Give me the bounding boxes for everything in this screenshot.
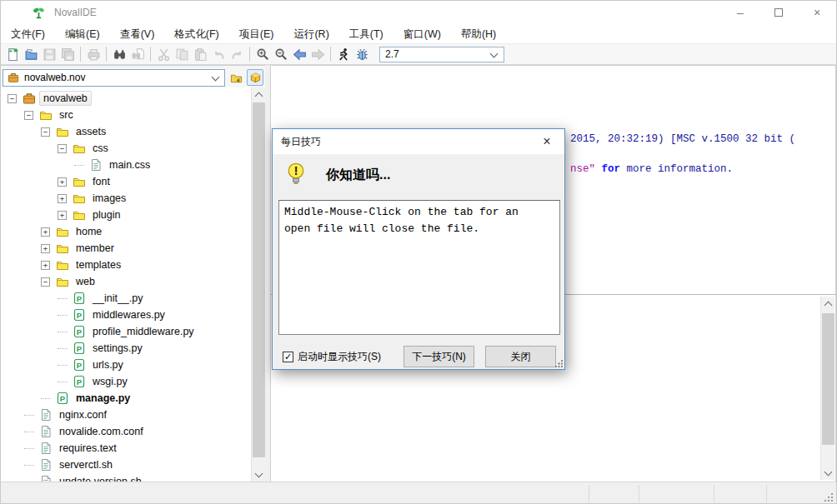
show-tips-checkbox-label: 启动时显示技巧(S) [298, 350, 381, 364]
new-file-icon [6, 47, 20, 62]
nav-back-icon [293, 47, 307, 62]
expand-icon[interactable]: + [41, 227, 50, 237]
menu-item-6[interactable]: 运行(R) [283, 24, 338, 44]
tree-connector [58, 365, 68, 366]
undo-icon [212, 47, 226, 62]
tree-item-css[interactable]: −css [1, 140, 251, 157]
tree-item-serverctl-sh[interactable]: serverctl.sh [1, 457, 251, 473]
doc-icon [39, 458, 53, 472]
expand-icon[interactable]: + [58, 194, 67, 203]
tree-item-templates[interactable]: +templates [1, 257, 251, 273]
package-view-button[interactable] [247, 69, 263, 86]
zoom-out-button[interactable] [272, 46, 290, 63]
collapse-icon[interactable]: − [41, 127, 50, 137]
tree-item-nginx-conf[interactable]: nginx.conf [1, 407, 251, 423]
menu-item-2[interactable]: 编辑(E) [55, 24, 110, 44]
expand-icon[interactable]: + [58, 177, 67, 187]
dialog-title-bar[interactable]: 每日技巧 × [273, 129, 564, 154]
tree-item-images[interactable]: +images [1, 190, 251, 207]
project-combobox-value: novalweb.nov [24, 72, 85, 83]
project-combobox[interactable]: novalweb.nov [3, 69, 225, 87]
dialog-resize-grip[interactable] [555, 360, 563, 367]
tree-item-label: wsgi.py [89, 375, 131, 388]
tree-item-src[interactable]: −src [1, 107, 251, 123]
open-file-icon [24, 47, 38, 62]
tree-connector [24, 465, 34, 466]
menu-item-9[interactable]: 帮助(H) [451, 24, 506, 44]
folder-icon [73, 208, 86, 222]
collapse-icon[interactable]: − [58, 144, 67, 153]
python-icon [56, 392, 69, 405]
menu-item-5[interactable]: 项目(E) [229, 24, 284, 44]
show-tips-checkbox[interactable]: ✓ [283, 352, 293, 362]
tree-item--init-py[interactable]: __init__.py [1, 290, 251, 307]
tree-item-middlewares-py[interactable]: middlewares.py [1, 307, 251, 323]
scroll-up-icon[interactable] [821, 297, 835, 311]
collapse-icon[interactable]: − [8, 94, 17, 103]
expand-icon[interactable]: + [58, 211, 67, 220]
console-scrollbar[interactable] [820, 297, 834, 480]
console-line-1: 2015, 20:32:19) [MSC v.1500 32 bit ( [570, 133, 795, 145]
console-scrollbar-thumb[interactable] [822, 313, 834, 445]
tip-text-box[interactable]: Middle-Mouse-Click on the tab for anopen… [278, 200, 560, 335]
window-title: NovalIDE [54, 7, 97, 18]
menu-item-3[interactable]: 查看(V) [110, 24, 165, 44]
zoom-in-button[interactable] [253, 46, 272, 63]
tree-item-novalweb[interactable]: −novalweb [1, 90, 251, 107]
tree-item-plugin[interactable]: +plugin [1, 207, 251, 223]
tree-scrollbar-thumb[interactable] [253, 102, 265, 457]
tree-item-assets[interactable]: −assets [1, 123, 251, 140]
tree-item-update-version-sh[interactable]: update version.sh [1, 473, 251, 482]
dialog-close-button[interactable]: × [538, 132, 556, 151]
scroll-down-icon[interactable] [821, 466, 835, 480]
nav-back-button[interactable] [290, 46, 308, 63]
menu-item-4[interactable]: 格式化(F) [164, 24, 228, 44]
toolbar-separator [330, 47, 331, 62]
scroll-up-icon[interactable] [252, 87, 266, 102]
close-tip-button[interactable]: 关闭 [485, 346, 556, 367]
collapse-icon[interactable]: − [24, 111, 33, 120]
menu-item-1[interactable]: 文件(F) [1, 24, 55, 44]
tree-item-member[interactable]: +member [1, 240, 251, 257]
menu-item-7[interactable]: 工具(T) [339, 24, 393, 44]
tree-item-novalide-com-conf[interactable]: novalide.com.conf [1, 423, 251, 440]
tree-scrollbar[interactable] [251, 87, 265, 482]
tree-item-urls-py[interactable]: urls.py [1, 357, 251, 373]
scroll-down-icon[interactable] [252, 467, 266, 482]
open-file-button[interactable] [22, 46, 40, 63]
locate-file-button[interactable] [228, 69, 244, 86]
close-button[interactable]: × [798, 1, 836, 24]
tree-item-font[interactable]: +font [1, 173, 251, 190]
tree-item-profile-middleware-py[interactable]: profile_middleware.py [1, 323, 251, 340]
debug-button[interactable] [353, 46, 371, 63]
project-selector-row: novalweb.nov [1, 66, 265, 87]
dialog-heading: 你知道吗... [326, 167, 390, 184]
tree-item-main-css[interactable]: main.css [1, 157, 251, 173]
expand-icon[interactable]: + [41, 261, 50, 270]
tree-item-web[interactable]: −web [1, 273, 251, 290]
expand-icon[interactable]: + [41, 244, 50, 253]
zoom-in-icon [256, 47, 270, 62]
find-icon [113, 47, 127, 62]
run-button[interactable] [334, 46, 353, 63]
find-button[interactable] [110, 46, 128, 63]
collapse-icon[interactable]: − [41, 277, 50, 287]
minimize-button[interactable]: – [721, 1, 759, 24]
project-panel: novalweb.nov −novalweb−src−assets−cssmai… [1, 65, 265, 482]
tree-item-wsgi-py[interactable]: wsgi.py [1, 373, 251, 390]
python-icon [73, 375, 86, 388]
tree-item-requires-text[interactable]: requires.text [1, 440, 251, 457]
python-icon [73, 325, 86, 338]
tree-connector [24, 415, 34, 416]
menu-item-8[interactable]: 窗口(W) [393, 24, 451, 44]
resize-grip[interactable] [824, 493, 833, 502]
tree-item-manage-py[interactable]: manage.py [1, 390, 251, 407]
next-tip-button[interactable]: 下一技巧(N) [403, 346, 474, 367]
interpreter-select[interactable]: 2.7 [379, 47, 504, 62]
maximize-button[interactable] [759, 1, 798, 24]
tree-item-home[interactable]: +home [1, 223, 251, 240]
new-file-button[interactable] [3, 46, 22, 63]
tree-item-label: novalweb [39, 91, 92, 106]
tree-item-settings-py[interactable]: settings.py [1, 340, 251, 357]
tree-connector [41, 398, 51, 399]
